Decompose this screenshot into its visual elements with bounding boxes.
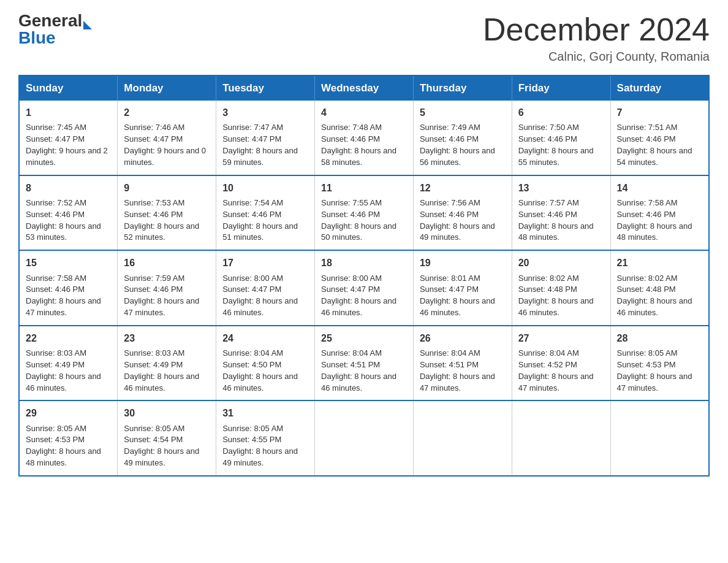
- day-number: 21: [617, 256, 702, 270]
- title-block: December 2024 Calnic, Gorj County, Roman…: [483, 12, 710, 64]
- day-cell: 7Sunrise: 7:51 AMSunset: 4:46 PMDaylight…: [610, 101, 709, 175]
- day-info: Sunrise: 7:52 AMSunset: 4:46 PMDaylight:…: [26, 198, 101, 242]
- day-info: Sunrise: 7:58 AMSunset: 4:46 PMDaylight:…: [26, 274, 101, 318]
- col-wednesday: Wednesday: [315, 75, 414, 101]
- day-number: 31: [222, 406, 308, 420]
- day-info: Sunrise: 8:03 AMSunset: 4:49 PMDaylight:…: [26, 348, 101, 393]
- day-info: Sunrise: 8:05 AMSunset: 4:53 PMDaylight:…: [26, 424, 101, 468]
- day-number: 12: [420, 181, 506, 195]
- day-cell: 9Sunrise: 7:53 AMSunset: 4:46 PMDaylight…: [118, 175, 216, 251]
- day-number: 28: [617, 331, 702, 345]
- day-info: Sunrise: 7:51 AMSunset: 4:46 PMDaylight:…: [617, 123, 692, 167]
- day-info: Sunrise: 7:47 AMSunset: 4:47 PMDaylight:…: [222, 123, 298, 167]
- day-info: Sunrise: 8:02 AMSunset: 4:48 PMDaylight:…: [617, 274, 692, 318]
- day-number: 13: [518, 181, 604, 195]
- day-number: 26: [420, 331, 506, 345]
- day-cell: 22Sunrise: 8:03 AMSunset: 4:49 PMDayligh…: [19, 326, 118, 401]
- day-number: 16: [124, 256, 210, 270]
- calendar-subtitle: Calnic, Gorj County, Romania: [483, 50, 710, 64]
- header-row: Sunday Monday Tuesday Wednesday Thursday…: [19, 75, 709, 101]
- day-number: 24: [222, 331, 308, 345]
- day-number: 6: [518, 105, 604, 120]
- col-thursday: Thursday: [413, 75, 512, 101]
- day-cell: 3Sunrise: 7:47 AMSunset: 4:47 PMDaylight…: [216, 101, 315, 175]
- day-info: Sunrise: 7:55 AMSunset: 4:46 PMDaylight:…: [321, 198, 396, 242]
- day-cell: 26Sunrise: 8:04 AMSunset: 4:51 PMDayligh…: [413, 326, 512, 401]
- day-info: Sunrise: 8:04 AMSunset: 4:52 PMDaylight:…: [518, 348, 594, 393]
- day-cell: 4Sunrise: 7:48 AMSunset: 4:46 PMDaylight…: [315, 101, 414, 175]
- day-cell: 31Sunrise: 8:05 AMSunset: 4:55 PMDayligh…: [216, 400, 315, 476]
- day-info: Sunrise: 7:48 AMSunset: 4:46 PMDaylight:…: [321, 123, 396, 167]
- day-number: 8: [26, 181, 111, 195]
- day-cell: 1Sunrise: 7:45 AMSunset: 4:47 PMDaylight…: [19, 101, 118, 175]
- day-cell: [512, 400, 610, 476]
- week-row-1: 1Sunrise: 7:45 AMSunset: 4:47 PMDaylight…: [19, 101, 709, 175]
- day-number: 4: [321, 105, 407, 120]
- day-number: 11: [321, 181, 407, 195]
- col-sunday: Sunday: [19, 75, 118, 101]
- day-info: Sunrise: 7:56 AMSunset: 4:46 PMDaylight:…: [420, 198, 495, 242]
- day-info: Sunrise: 8:05 AMSunset: 4:54 PMDaylight:…: [124, 424, 199, 468]
- day-info: Sunrise: 7:49 AMSunset: 4:46 PMDaylight:…: [420, 123, 495, 167]
- col-tuesday: Tuesday: [216, 75, 315, 101]
- day-number: 23: [124, 331, 210, 345]
- day-cell: 24Sunrise: 8:04 AMSunset: 4:50 PMDayligh…: [216, 326, 315, 401]
- day-number: 9: [124, 181, 210, 195]
- week-row-5: 29Sunrise: 8:05 AMSunset: 4:53 PMDayligh…: [19, 400, 709, 476]
- day-cell: 6Sunrise: 7:50 AMSunset: 4:46 PMDaylight…: [512, 101, 610, 175]
- day-number: 27: [518, 331, 604, 345]
- day-info: Sunrise: 7:50 AMSunset: 4:46 PMDaylight:…: [518, 123, 594, 167]
- day-cell: 17Sunrise: 8:00 AMSunset: 4:47 PMDayligh…: [216, 250, 315, 326]
- day-number: 18: [321, 256, 407, 270]
- col-friday: Friday: [512, 75, 610, 101]
- day-cell: 2Sunrise: 7:46 AMSunset: 4:47 PMDaylight…: [118, 101, 216, 175]
- day-number: 5: [420, 105, 506, 120]
- day-info: Sunrise: 8:01 AMSunset: 4:47 PMDaylight:…: [420, 274, 495, 318]
- day-cell: 5Sunrise: 7:49 AMSunset: 4:46 PMDaylight…: [413, 101, 512, 175]
- day-info: Sunrise: 8:04 AMSunset: 4:50 PMDaylight:…: [222, 348, 298, 393]
- header: General Blue December 2024 Calnic, Gorj …: [18, 12, 710, 64]
- day-cell: 8Sunrise: 7:52 AMSunset: 4:46 PMDaylight…: [19, 175, 118, 251]
- day-info: Sunrise: 8:04 AMSunset: 4:51 PMDaylight:…: [321, 348, 396, 393]
- col-monday: Monday: [118, 75, 216, 101]
- day-cell: 13Sunrise: 7:57 AMSunset: 4:46 PMDayligh…: [512, 175, 610, 251]
- day-number: 17: [222, 256, 308, 270]
- day-cell: 29Sunrise: 8:05 AMSunset: 4:53 PMDayligh…: [19, 400, 118, 476]
- logo: General Blue: [18, 12, 92, 47]
- page: General Blue December 2024 Calnic, Gorj …: [0, 0, 728, 495]
- day-cell: 11Sunrise: 7:55 AMSunset: 4:46 PMDayligh…: [315, 175, 414, 251]
- day-cell: 10Sunrise: 7:54 AMSunset: 4:46 PMDayligh…: [216, 175, 315, 251]
- day-number: 20: [518, 256, 604, 270]
- day-info: Sunrise: 8:02 AMSunset: 4:48 PMDaylight:…: [518, 274, 594, 318]
- day-cell: 15Sunrise: 7:58 AMSunset: 4:46 PMDayligh…: [19, 250, 118, 326]
- day-number: 22: [26, 331, 111, 345]
- day-info: Sunrise: 8:04 AMSunset: 4:51 PMDaylight:…: [420, 348, 495, 393]
- day-info: Sunrise: 7:53 AMSunset: 4:46 PMDaylight:…: [124, 198, 199, 242]
- day-number: 2: [124, 105, 210, 120]
- week-row-4: 22Sunrise: 8:03 AMSunset: 4:49 PMDayligh…: [19, 326, 709, 401]
- day-number: 15: [26, 256, 111, 270]
- day-cell: 18Sunrise: 8:00 AMSunset: 4:47 PMDayligh…: [315, 250, 414, 326]
- day-cell: 12Sunrise: 7:56 AMSunset: 4:46 PMDayligh…: [413, 175, 512, 251]
- calendar-title: December 2024: [483, 12, 710, 47]
- day-number: 29: [26, 406, 111, 420]
- day-cell: [315, 400, 414, 476]
- day-cell: 21Sunrise: 8:02 AMSunset: 4:48 PMDayligh…: [610, 250, 709, 326]
- day-cell: 28Sunrise: 8:05 AMSunset: 4:53 PMDayligh…: [610, 326, 709, 401]
- day-info: Sunrise: 7:59 AMSunset: 4:46 PMDaylight:…: [124, 274, 199, 318]
- day-cell: 14Sunrise: 7:58 AMSunset: 4:46 PMDayligh…: [610, 175, 709, 251]
- day-cell: 20Sunrise: 8:02 AMSunset: 4:48 PMDayligh…: [512, 250, 610, 326]
- day-cell: 25Sunrise: 8:04 AMSunset: 4:51 PMDayligh…: [315, 326, 414, 401]
- day-number: 1: [26, 105, 111, 120]
- day-number: 7: [617, 105, 702, 120]
- day-cell: 30Sunrise: 8:05 AMSunset: 4:54 PMDayligh…: [118, 400, 216, 476]
- day-info: Sunrise: 8:00 AMSunset: 4:47 PMDaylight:…: [321, 274, 396, 318]
- day-cell: 19Sunrise: 8:01 AMSunset: 4:47 PMDayligh…: [413, 250, 512, 326]
- day-number: 3: [222, 105, 308, 120]
- day-info: Sunrise: 7:58 AMSunset: 4:46 PMDaylight:…: [617, 198, 692, 242]
- day-info: Sunrise: 8:00 AMSunset: 4:47 PMDaylight:…: [222, 274, 298, 318]
- day-info: Sunrise: 8:03 AMSunset: 4:49 PMDaylight:…: [124, 348, 199, 393]
- day-cell: 16Sunrise: 7:59 AMSunset: 4:46 PMDayligh…: [118, 250, 216, 326]
- day-info: Sunrise: 8:05 AMSunset: 4:53 PMDaylight:…: [617, 348, 692, 393]
- calendar-table: Sunday Monday Tuesday Wednesday Thursday…: [18, 75, 710, 477]
